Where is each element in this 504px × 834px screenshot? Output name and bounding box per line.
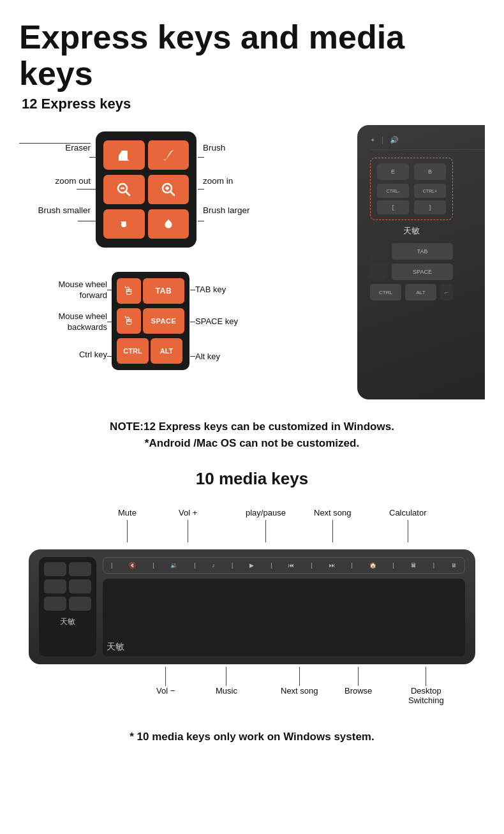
side-row3 (44, 597, 91, 611)
mouse-bwd-label: Mouse wheelbackwards (19, 311, 107, 333)
top-panel-area: Eraser zoom out Brush smaller Brush zoom… (19, 125, 293, 272)
zoom-out-label: zoom out (19, 176, 91, 186)
vol-minus-label: Vol − (156, 686, 175, 696)
media-icon-sep5: | (311, 562, 312, 569)
zoom-in-label: zoom in (203, 176, 233, 186)
brush-larger-icon (161, 216, 176, 232)
space-mouse-icon[interactable]: 🖱 (117, 308, 141, 334)
device-alt-btn: ALT (405, 284, 436, 301)
media-icon-next: ⏭ (329, 562, 335, 569)
device-space-area: SPACE (370, 264, 453, 280)
device-space-btn: SPACE (392, 264, 453, 280)
media-icon-calc: 🖩 (411, 562, 417, 569)
footnote-text: * 10 media keys only work on Windows sys… (19, 731, 485, 743)
side-btn-1 (44, 562, 66, 576)
device-e-btn: E (377, 163, 409, 180)
section1-title: 12 Express keys (22, 96, 485, 112)
page: Express keys and media keys 12 Express k… (0, 0, 504, 763)
media-icon-1: | (111, 562, 112, 569)
zoom-in-connector (198, 189, 204, 190)
eraser-line (19, 143, 91, 144)
device-dashed-area: E B CTRL- CTRL+ [ ] (370, 158, 453, 220)
device-ctrl-alt-area: CTRL ALT ⌐ (370, 284, 453, 301)
ctrl-left-connector (107, 356, 112, 357)
media-icon-play: ▶ (249, 562, 254, 569)
brush-smaller-label: Brush smaller (19, 205, 91, 215)
device-tab-icon (370, 243, 388, 260)
browse-container: Browse (345, 667, 372, 696)
note-text: NOTE:12 Express keys can be customized i… (19, 419, 485, 451)
media-icon-sep8: | (433, 562, 434, 569)
tab-right-connector (190, 290, 195, 290)
tab-left-connector (107, 290, 112, 290)
side-btn-4 (69, 579, 91, 593)
eraser-key[interactable] (103, 140, 145, 170)
media-icon-mute: 🔇 (129, 562, 136, 569)
side-row1 (44, 562, 91, 576)
media-icon-prev: ⏮ (288, 562, 294, 569)
brush-smaller-connector (78, 221, 96, 221)
alt-right-connector (190, 356, 195, 357)
media-icon-note: ♪ (212, 562, 216, 569)
keys-panel-top (96, 131, 196, 248)
brush-larger-key[interactable] (147, 209, 189, 239)
tab-key-label: TAB key (195, 285, 226, 294)
media-icon-home: 🏠 (369, 562, 376, 569)
brush-icon (161, 147, 176, 163)
brush-label: Brush (203, 143, 225, 153)
svg-rect-0 (119, 156, 128, 160)
desktop-switch-label: DesktopSwitching (408, 686, 444, 705)
side-brand-text: 天敏 (44, 616, 91, 627)
express-keys-diagram: Eraser zoom out Brush smaller Brush zoom… (19, 125, 293, 406)
brush-smaller-key[interactable] (103, 209, 145, 239)
device-eb-row: E B (377, 163, 446, 180)
svg-line-7 (170, 191, 174, 195)
tab-mouse-icon[interactable]: 🖱 (117, 278, 141, 304)
browse-label: Browse (345, 686, 372, 696)
zoom-out-key[interactable] (103, 175, 145, 204)
media-icon-sep1: | (152, 562, 154, 569)
ctrl-key[interactable]: CTRL (117, 338, 149, 364)
device-tab-area: TAB (370, 243, 453, 260)
play-pause-label: play/pause (246, 508, 286, 518)
media-icon-sep2: | (194, 562, 195, 569)
calculator-label: Calculator (389, 508, 427, 518)
device-ctrlp-btn: CTRL+ (414, 184, 446, 198)
media-icon-voldown: 🔉 (170, 562, 177, 569)
media-icon-sep7: | (393, 562, 394, 569)
music-up-line (226, 667, 226, 686)
browse-up-line (358, 667, 359, 686)
device-body-right: ✦ | 🔊 E B CTRL- CTRL+ [ (357, 125, 485, 399)
media-icon-sep6: | (351, 562, 352, 569)
svg-line-4 (126, 191, 130, 195)
media-icon-desktop: 🖥 (451, 562, 457, 569)
device-ctrl-btn: CTRL (370, 284, 401, 301)
mouse-fwd-label: Mouse wheelforward (19, 279, 107, 301)
space-key-label: SPACE key (195, 316, 238, 326)
device-icon-vol: 🔊 (390, 136, 399, 144)
ctrl-key-label: Ctrl key (19, 350, 107, 359)
side-btn-5 (44, 597, 66, 611)
space-right-connector (190, 322, 195, 322)
space-key[interactable]: SPACE (143, 308, 184, 334)
note-line2: *Android /Mac OS can not be customized. (145, 437, 359, 449)
row-eraser-brush (103, 140, 189, 170)
alt-key[interactable]: ALT (151, 338, 182, 364)
device-main-area: | 🔇 | 🔉 | ♪ | ▶ | ⏮ | ⏭ | 🏠 | 🖩 | (103, 557, 465, 657)
tab-key[interactable]: TAB (143, 278, 184, 304)
brush-connector (198, 157, 204, 158)
brush-key[interactable] (147, 140, 189, 170)
zoom-in-icon (161, 182, 176, 197)
device-bracket-row: [ ] (377, 200, 446, 214)
media-icon-sep3: | (232, 562, 233, 569)
express-keys-section: Eraser zoom out Brush smaller Brush zoom… (19, 125, 485, 406)
media-section-title: 10 media keys (19, 469, 485, 489)
side-btn-3 (44, 579, 66, 593)
next-song-top-line (332, 520, 333, 542)
device-horizontal: 天敏 | 🔇 | 🔉 | ♪ | ▶ | ⏮ | ⏭ | (29, 549, 475, 664)
bottom-panel-area: 🖱 TAB 🖱 SPACE CTRL ALT Mouse wheel (19, 265, 293, 406)
play-pause-line (265, 520, 266, 542)
zoom-in-key[interactable] (147, 175, 189, 204)
device-brand-text1: 天敏 (370, 225, 453, 237)
media-icon-strip: | 🔇 | 🔉 | ♪ | ▶ | ⏮ | ⏭ | 🏠 | 🖩 | (103, 557, 465, 574)
